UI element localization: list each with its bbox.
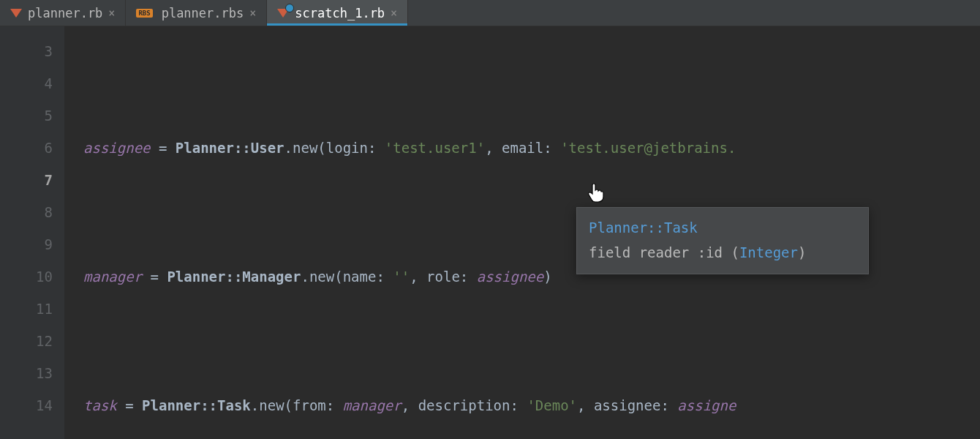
- token-string: 'Demo': [527, 397, 577, 413]
- token-local-var: assignee: [477, 269, 544, 285]
- token-string: 'test.user1': [385, 140, 485, 156]
- line-number: 4: [0, 67, 53, 100]
- quick-doc-title: Planner::Task: [589, 215, 856, 240]
- token-local-var: manager: [343, 397, 402, 413]
- close-icon[interactable]: ×: [249, 7, 256, 20]
- tab-label: planner.rbs: [162, 6, 244, 20]
- token-local-var: assigne: [677, 397, 736, 413]
- gutter: 3 4 5 6 7 8 9 10 11 12 13 14: [0, 26, 64, 439]
- line-number: 6: [0, 132, 53, 164]
- token-local-var: task: [83, 397, 117, 413]
- token-local-var: assignee: [83, 140, 151, 156]
- line-number: 8: [0, 196, 53, 228]
- quick-doc-type: Integer: [739, 244, 798, 260]
- tab-label: planner.rb: [28, 6, 102, 20]
- token-const: Planner::Task: [142, 397, 251, 413]
- close-icon[interactable]: ×: [108, 7, 115, 20]
- ruby-file-icon: [277, 7, 289, 19]
- tab-planner-rb[interactable]: planner.rb ×: [0, 0, 126, 26]
- ruby-file-icon: [10, 7, 22, 19]
- editor[interactable]: 3 4 5 6 7 8 9 10 11 12 13 14 assignee = …: [0, 26, 980, 439]
- line-number: 10: [0, 260, 53, 293]
- line-number: 9: [0, 228, 53, 260]
- tab-label: scratch_1.rb: [295, 6, 385, 20]
- line-number: 3: [0, 35, 53, 67]
- token-string: 'test.user@jetbrains.: [560, 140, 736, 156]
- token-const: Planner::User: [176, 140, 284, 156]
- scratch-badge-icon: [285, 4, 294, 12]
- token-string: '': [393, 269, 410, 285]
- line-number: 13: [0, 357, 53, 389]
- tab-bar: planner.rb × RBS planner.rbs × scratch_1…: [0, 0, 980, 26]
- close-icon[interactable]: ×: [391, 7, 397, 20]
- token-local-var: manager: [83, 269, 142, 285]
- code-line[interactable]: assignee = Planner::User.new(login: 'tes…: [83, 132, 980, 164]
- code-line[interactable]: task = Planner::Task.new(from: manager, …: [83, 389, 980, 421]
- rbs-file-icon: RBS: [136, 9, 152, 18]
- quick-doc-body: field reader :id (Integer): [589, 240, 856, 265]
- quick-doc-popup[interactable]: Planner::Task field reader :id (Integer): [576, 207, 869, 274]
- token-const: Planner::Manager: [167, 269, 301, 285]
- line-number: 11: [0, 293, 53, 325]
- line-number-current: 7: [0, 164, 53, 196]
- line-number: 14: [0, 389, 53, 421]
- line-number: 5: [0, 100, 53, 132]
- line-number: 12: [0, 325, 53, 357]
- tab-scratch-1-rb[interactable]: scratch_1.rb ×: [267, 0, 408, 26]
- tab-planner-rbs[interactable]: RBS planner.rbs ×: [126, 0, 267, 26]
